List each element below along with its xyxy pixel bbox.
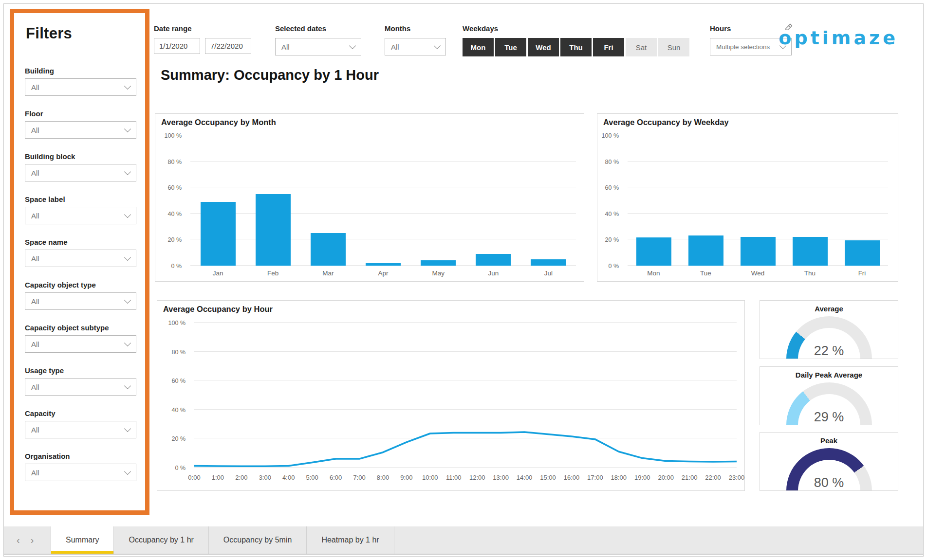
filter-dropdown[interactable]: All — [25, 335, 136, 353]
x-axis-tick: 21:00 — [682, 474, 698, 481]
filter-dropdown[interactable]: All — [25, 121, 136, 139]
filter-label: Usage type — [25, 366, 136, 375]
gridline — [190, 187, 576, 187]
weekday-button-wed[interactable]: Wed — [528, 38, 559, 56]
bar-wed[interactable] — [741, 237, 776, 266]
filter-group-building: BuildingAll — [25, 67, 136, 96]
x-axis-tick: Tue — [700, 270, 711, 277]
filter-dropdown[interactable]: All — [25, 421, 136, 438]
x-axis: JanFebMarAprMayJunJul — [190, 270, 576, 278]
filter-label: Capacity object type — [25, 281, 136, 289]
filter-dropdown[interactable]: All — [25, 292, 136, 310]
filter-dropdown[interactable]: All — [25, 378, 136, 396]
bar-fri[interactable] — [845, 240, 880, 266]
filter-label: Capacity — [25, 409, 136, 417]
gauge: 22 % — [786, 316, 872, 359]
gauge: 80 % — [786, 448, 872, 491]
weekday-button-sun[interactable]: Sun — [658, 38, 689, 56]
filter-dropdown[interactable]: All — [25, 250, 136, 267]
tab-occupancy-by-5min[interactable]: Occupancy by 5min — [209, 526, 307, 554]
x-axis-tick: Fri — [858, 270, 866, 277]
weekday-button-thu[interactable]: Thu — [560, 38, 592, 56]
filter-value: All — [31, 212, 39, 220]
tab-summary[interactable]: Summary — [51, 526, 114, 554]
filter-value: All — [31, 297, 39, 306]
filter-label: Building — [25, 67, 136, 75]
filter-value: All — [31, 83, 39, 91]
date-end-input[interactable]: 7/22/2020 — [205, 38, 251, 54]
y-axis-tick: 0 % — [171, 263, 182, 270]
bar-jul[interactable] — [531, 259, 566, 266]
filter-dropdown[interactable]: All — [25, 164, 136, 181]
y-axis-tick: 80 % — [172, 349, 186, 356]
gridline — [190, 213, 576, 214]
report-tab-bar: ‹ › SummaryOccupancy by 1 hrOccupancy by… — [4, 526, 923, 555]
bar-jan[interactable] — [201, 202, 236, 266]
tab-occupancy-by-1-hr[interactable]: Occupancy by 1 hr — [114, 526, 208, 554]
y-axis: 0 %20 %40 %60 %80 %100 % — [157, 323, 189, 468]
x-axis-tick: 13:00 — [493, 474, 509, 481]
selected-dates-dropdown[interactable]: All — [275, 38, 361, 55]
weekday-button-sat[interactable]: Sat — [626, 38, 657, 56]
x-axis-tick: 19:00 — [634, 474, 650, 481]
y-axis-tick: 60 % — [172, 378, 186, 384]
chevron-down-icon — [124, 425, 131, 432]
tab-next-icon[interactable]: › — [31, 535, 34, 545]
date-start-input[interactable]: 1/1/2020 — [154, 38, 200, 54]
y-axis: 0 %20 %40 %60 %80 %100 % — [155, 135, 185, 266]
date-range-label: Date range — [154, 24, 256, 33]
bar-feb[interactable] — [256, 194, 291, 266]
months-dropdown[interactable]: All — [385, 38, 446, 55]
x-axis-tick: 20:00 — [658, 474, 674, 481]
x-axis-tick: 7:00 — [353, 474, 365, 481]
occupancy-line-series[interactable] — [194, 323, 737, 468]
chevron-down-icon — [349, 42, 356, 49]
gauge-title: Average — [760, 305, 898, 313]
y-axis-tick: 20 % — [605, 236, 619, 243]
y-axis-tick: 20 % — [172, 435, 186, 442]
months-field: Months All — [385, 24, 446, 55]
filter-dropdown[interactable]: All — [25, 207, 136, 224]
bar-thu[interactable] — [793, 237, 828, 266]
filter-list: BuildingAllFloorAllBuilding blockAllSpac… — [25, 67, 136, 481]
filter-label: Building block — [25, 152, 136, 161]
page-title: Summary: Occupancy by 1 Hour — [161, 67, 379, 83]
y-axis: 0 %20 %40 %60 %80 %100 % — [597, 135, 623, 266]
bar-mon[interactable] — [636, 237, 671, 266]
y-axis-tick: 0 % — [608, 263, 619, 270]
x-axis-tick: 17:00 — [587, 474, 603, 481]
gauge-peak: Peak 80 % — [760, 432, 898, 491]
gridline — [628, 161, 888, 162]
weekday-button-mon[interactable]: Mon — [463, 38, 494, 56]
bar-jun[interactable] — [476, 254, 511, 266]
x-axis-tick: 9:00 — [400, 474, 412, 481]
chevron-down-icon — [124, 168, 131, 175]
filter-group-space-name: Space nameAll — [25, 238, 136, 267]
filter-dropdown[interactable]: All — [25, 464, 136, 481]
bar-tue[interactable] — [688, 235, 723, 266]
x-axis-tick: Mar — [322, 270, 334, 277]
filter-value: All — [31, 426, 39, 434]
gridline — [628, 187, 888, 187]
gridline — [628, 213, 888, 214]
filter-group-capacity: CapacityAll — [25, 409, 136, 438]
tab-nav: ‹ › — [4, 526, 51, 554]
x-axis-tick: Jul — [544, 270, 553, 277]
x-axis-tick: Thu — [804, 270, 816, 277]
bar-mar[interactable] — [311, 233, 346, 266]
gauge-value: 80 % — [814, 475, 844, 490]
filter-dropdown[interactable]: All — [25, 78, 136, 96]
bar-apr[interactable] — [366, 263, 401, 266]
x-axis-tick: 4:00 — [282, 474, 295, 481]
tab-prev-icon[interactable]: ‹ — [17, 535, 20, 545]
tab-heatmap-by-1-hr[interactable]: Heatmap by 1 hr — [307, 526, 394, 554]
weekday-button-tue[interactable]: Tue — [495, 38, 526, 56]
x-axis-tick: 8:00 — [377, 474, 389, 481]
weekday-button-fri[interactable]: Fri — [593, 38, 624, 56]
y-axis-tick: 40 % — [605, 211, 619, 217]
gauge-average: Average 22 % — [760, 300, 898, 359]
chart-avg-occupancy-by-weekday: Average Occupancy by Weekday 0 %20 %40 %… — [597, 113, 898, 282]
bar-may[interactable] — [421, 260, 456, 266]
x-axis-tick: 16:00 — [564, 474, 580, 481]
filter-value: All — [31, 469, 39, 477]
